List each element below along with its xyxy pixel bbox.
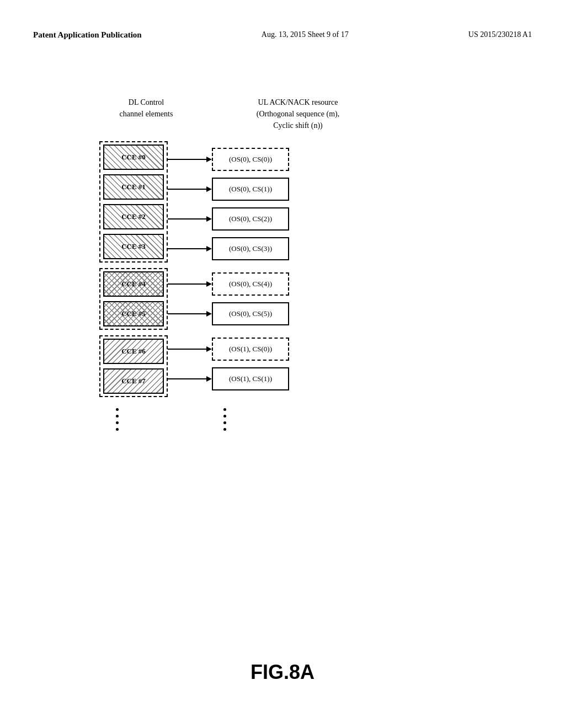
patent-number: US 2015/230218 A1 xyxy=(468,30,532,40)
row-4: (OS(0), CS(4)) xyxy=(168,271,289,297)
cce-group-2: CCE #4 CCE #5 xyxy=(99,268,168,330)
cce-1-box: CCE #1 xyxy=(103,174,164,200)
cce-3-box: CCE #3 xyxy=(103,234,164,259)
arrow-line-7 xyxy=(168,378,206,379)
cce-2-box: CCE #2 xyxy=(103,204,164,229)
cce-1-wrapper: CCE #1 xyxy=(103,174,164,200)
resource-1: (OS(0), CS(1)) xyxy=(212,178,289,201)
dot-r1 xyxy=(223,408,226,411)
cce-5-wrapper: CCE #5 xyxy=(103,301,164,326)
row-1: (OS(0), CS(1)) xyxy=(168,176,289,202)
dot-l1 xyxy=(116,408,119,411)
row-5: (OS(0), CS(5)) xyxy=(168,301,289,326)
diagram-area: DL Controlchannel elements UL ACK/NACK r… xyxy=(99,97,458,431)
left-column-header: DL Controlchannel elements xyxy=(99,97,193,120)
cce-0-box: CCE #0 xyxy=(103,144,164,170)
dots-right xyxy=(223,408,226,431)
arrow-head-6 xyxy=(206,346,212,352)
cce-4-box: CCE #4 xyxy=(103,271,164,297)
resource-3: (OS(0), CS(3)) xyxy=(212,237,289,260)
cce-2-wrapper: CCE #2 xyxy=(103,204,164,229)
arrow-line-1 xyxy=(168,189,206,190)
dot-l3 xyxy=(116,421,119,424)
dots-left xyxy=(116,408,119,431)
arrow-line-5 xyxy=(168,313,206,314)
arrow-line-4 xyxy=(168,283,206,285)
dot-l2 xyxy=(116,415,119,417)
row-6: (OS(1), CS(0)) xyxy=(168,336,289,362)
arrow-head-7 xyxy=(206,376,212,382)
cce-4-wrapper: CCE #4 xyxy=(103,271,164,297)
cce-7-label: CCE #7 xyxy=(121,377,146,386)
arrow-line-3 xyxy=(168,248,206,249)
arrow-0 xyxy=(168,157,212,162)
arrow-4 xyxy=(168,281,212,287)
cce-group-1: CCE #0 CCE #1 CCE #2 xyxy=(99,141,168,263)
cce-5-label: CCE #5 xyxy=(121,309,146,318)
arrow-head-0 xyxy=(206,157,212,162)
cce-1-label: CCE #1 xyxy=(121,183,146,191)
dot-r3 xyxy=(223,421,226,424)
arrow-3 xyxy=(168,246,212,251)
cce-5-box: CCE #5 xyxy=(103,301,164,326)
row-0: (OS(0), CS(0)) xyxy=(168,147,289,172)
cce-2-label: CCE #2 xyxy=(121,212,146,221)
cce-4-label: CCE #4 xyxy=(121,280,146,288)
resource-0: (OS(0), CS(0)) xyxy=(212,148,289,171)
dot-r4 xyxy=(223,428,226,431)
cce-0-label: CCE #0 xyxy=(121,153,146,162)
arrow-7 xyxy=(168,376,212,382)
page-header: Patent Application Publication Aug. 13, … xyxy=(0,30,565,40)
row-2: (OS(0), CS(2)) xyxy=(168,206,289,232)
arrow-line-2 xyxy=(168,218,206,220)
cce-6-label: CCE #6 xyxy=(121,347,146,356)
arrow-line-6 xyxy=(168,349,206,350)
resource-4: (OS(0), CS(4)) xyxy=(212,272,289,296)
resource-6: (OS(1), CS(0)) xyxy=(212,338,289,361)
cce-7-box: CCE #7 xyxy=(103,368,164,394)
cce-group-3: CCE #6 CCE #7 xyxy=(99,335,168,397)
cce-7-wrapper: CCE #7 xyxy=(103,368,164,394)
cce-3-label: CCE #3 xyxy=(121,242,146,251)
arrow-head-2 xyxy=(206,216,212,222)
figure-label: FIG.8A xyxy=(0,661,565,684)
cce-6-wrapper: CCE #6 xyxy=(103,339,164,364)
arrow-5 xyxy=(168,311,212,317)
arrow-6 xyxy=(168,346,212,352)
arrow-head-1 xyxy=(206,186,212,192)
publication-title: Patent Application Publication xyxy=(33,30,142,40)
row-3: (OS(0), CS(3)) xyxy=(168,236,289,261)
sheet-info: Aug. 13, 2015 Sheet 9 of 17 xyxy=(262,30,349,40)
cce-column: CCE #0 CCE #1 CCE #2 xyxy=(99,141,168,397)
column-headers: DL Controlchannel elements UL ACK/NACK r… xyxy=(99,97,458,131)
arrow-1 xyxy=(168,186,212,192)
resource-7: (OS(1), CS(1)) xyxy=(212,367,289,390)
row-7: (OS(1), CS(1)) xyxy=(168,366,289,392)
arrow-head-3 xyxy=(206,246,212,251)
right-section: (OS(0), CS(0)) (OS(0), CS(1)) (OS(0), CS… xyxy=(168,147,289,392)
arrow-line-0 xyxy=(168,159,206,160)
arrow-head-4 xyxy=(206,281,212,287)
arrow-head-5 xyxy=(206,311,212,317)
right-column-header: UL ACK/NACK resource(Orthogonal sequence… xyxy=(243,97,353,131)
arrow-2 xyxy=(168,216,212,222)
cce-6-box: CCE #6 xyxy=(103,339,164,364)
dot-r2 xyxy=(223,415,226,417)
cce-0-wrapper: CCE #0 xyxy=(103,144,164,170)
dot-l4 xyxy=(116,428,119,431)
main-layout: CCE #0 CCE #1 CCE #2 xyxy=(99,141,458,397)
resource-5: (OS(0), CS(5)) xyxy=(212,302,289,325)
resource-2: (OS(0), CS(2)) xyxy=(212,207,289,231)
cce-3-wrapper: CCE #3 xyxy=(103,234,164,259)
dots-section xyxy=(116,408,458,431)
